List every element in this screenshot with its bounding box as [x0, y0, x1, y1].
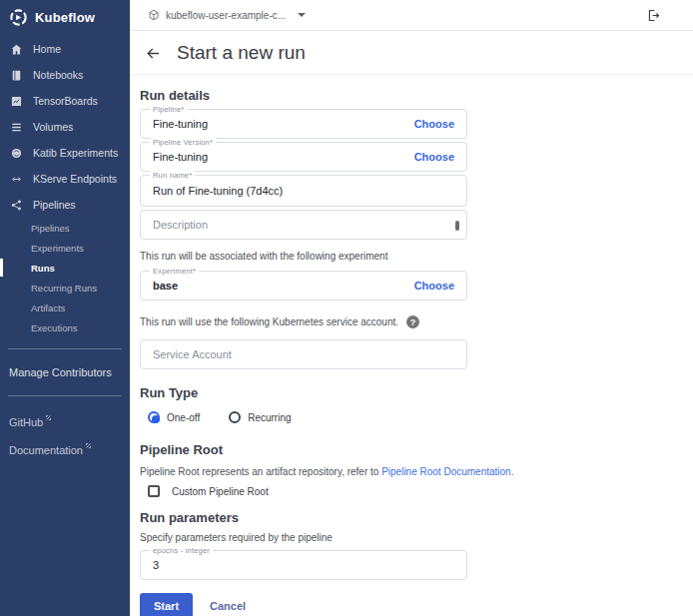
pipeline-version-field[interactable]: Pipeline Version* Fine-tuning Choose — [140, 142, 467, 172]
katib-icon — [10, 147, 23, 160]
sidebar-item-label: Pipelines — [33, 199, 76, 211]
sidebar-item-volumes[interactable]: Volumes — [0, 114, 130, 140]
one-off-radio[interactable] — [148, 411, 160, 423]
experiment-field-value: base — [153, 280, 414, 292]
external-link-icon — [85, 442, 92, 449]
experiment-field-label: Experiment* — [150, 267, 199, 276]
description-input[interactable] — [153, 219, 454, 231]
pipeline-version-choose-button[interactable]: Choose — [414, 151, 454, 163]
run-name-input[interactable] — [153, 185, 454, 197]
one-off-radio-label: One-off — [167, 412, 200, 423]
experiment-choose-button[interactable]: Choose — [414, 280, 454, 292]
sidebar-item-home[interactable]: Home — [0, 36, 130, 62]
sidebar-item-label: TensorBoards — [33, 95, 98, 107]
experiment-field[interactable]: Experiment* base Choose — [140, 271, 467, 301]
pipeline-field-label: Pipeline* — [150, 105, 187, 114]
pipeline-version-field-label: Pipeline Version* — [150, 138, 216, 147]
sidebar-subitem-recurring-runs[interactable]: Recurring Runs — [0, 278, 130, 298]
service-account-note: This run will use the following Kubernet… — [140, 315, 467, 328]
start-button[interactable]: Start — [140, 593, 193, 616]
kubeflow-logo-icon — [9, 8, 28, 27]
sidebar-divider — [8, 348, 122, 349]
epochs-field-label: epochs - integer — [150, 546, 213, 555]
chevron-down-icon — [298, 13, 306, 17]
pipeline-root-doc-link[interactable]: Pipeline Root Documentation. — [381, 466, 513, 477]
namespace-label: kubeflow-user-example-c... — [166, 10, 286, 21]
kubeflow-logo[interactable]: Kubeflow — [0, 0, 130, 36]
home-icon — [10, 43, 23, 56]
sidebar-divider — [8, 395, 122, 396]
service-account-field — [140, 339, 467, 369]
custom-pipeline-root-label: Custom Pipeline Root — [172, 486, 269, 497]
run-form: Run details Pipeline* Fine-tuning Choose… — [130, 75, 693, 616]
custom-pipeline-root-checkbox[interactable] — [148, 485, 160, 497]
cancel-button[interactable]: Cancel — [210, 600, 246, 612]
pipeline-choose-button[interactable]: Choose — [414, 118, 454, 130]
pipeline-root-description: Pipeline Root represents an artifact rep… — [140, 466, 559, 477]
sidebar-item-pipelines[interactable]: Pipelines — [0, 192, 130, 218]
section-heading-run-parameters: Run parameters — [140, 510, 467, 525]
sidebar-link-github[interactable]: GitHub — [0, 407, 130, 435]
section-heading-run-type: Run Type — [140, 385, 467, 400]
help-icon[interactable]: ? — [406, 315, 419, 328]
sidebar-item-manage-contributors[interactable]: Manage Contributors — [0, 360, 130, 384]
notebook-icon — [10, 69, 23, 82]
form-actions: Start Cancel — [140, 593, 467, 616]
sidebar-link-documentation[interactable]: Documentation — [0, 435, 130, 463]
description-field — [140, 210, 467, 240]
documentation-link-label: Documentation — [9, 443, 83, 455]
logout-icon — [646, 8, 661, 23]
experiment-note: This run will be associated with the fol… — [140, 251, 467, 262]
sidebar-item-kserve-endpoints[interactable]: KServe Endpoints — [0, 166, 130, 192]
sidebar-item-label: Home — [33, 43, 61, 55]
pipeline-field[interactable]: Pipeline* Fine-tuning Choose — [140, 109, 467, 139]
kserve-icon — [10, 173, 23, 186]
back-arrow-icon — [145, 45, 162, 62]
recurring-radio-label: Recurring — [248, 412, 291, 423]
sidebar-item-label: Volumes — [33, 121, 73, 133]
sidebar-subitem-artifacts[interactable]: Artifacts — [0, 298, 130, 317]
run-parameters-subtext: Specify parameters required by the pipel… — [140, 532, 467, 543]
pipeline-field-value: Fine-tuning — [153, 118, 414, 130]
sidebar-item-label: Katib Experiments — [33, 147, 118, 159]
namespace-cube-icon — [148, 9, 160, 21]
tensorboard-icon — [10, 95, 23, 108]
main-area: kubeflow-user-example-c... Start a new r… — [130, 0, 693, 616]
sidebar-subitem-pipelines[interactable]: Pipelines — [0, 218, 130, 238]
topbar: kubeflow-user-example-c... — [130, 0, 693, 31]
sidebar-subitem-executions[interactable]: Executions — [0, 317, 130, 337]
volumes-icon — [10, 121, 23, 134]
sidebar-item-label: Notebooks — [33, 69, 83, 81]
sidebar-item-katib-experiments[interactable]: Katib Experiments — [0, 140, 130, 166]
epochs-field: epochs - integer — [140, 550, 467, 580]
namespace-selector[interactable]: kubeflow-user-example-c... — [148, 9, 306, 21]
sidebar-subitem-experiments[interactable]: Experiments — [0, 238, 130, 258]
section-heading-pipeline-root: Pipeline Root — [140, 442, 467, 457]
page-header: Start a new run — [130, 31, 693, 75]
pipelines-icon — [10, 199, 23, 212]
logout-button[interactable] — [646, 8, 661, 23]
github-link-label: GitHub — [9, 416, 43, 428]
epochs-input[interactable] — [153, 559, 454, 571]
external-link-icon — [45, 414, 52, 421]
service-account-input[interactable] — [153, 348, 454, 360]
sidebar-subitem-runs[interactable]: Runs — [0, 258, 130, 278]
sidebar-item-notebooks[interactable]: Notebooks — [0, 62, 130, 88]
sidebar: Kubeflow Home Notebooks TensorBoards Vol — [0, 0, 130, 616]
run-type-radio-group: One-off Recurring — [148, 411, 467, 423]
back-button[interactable] — [145, 45, 162, 62]
pipeline-root-text: Pipeline Root represents an artifact rep… — [140, 466, 381, 477]
page-title: Start a new run — [177, 42, 306, 64]
run-name-field: Run name* — [140, 175, 467, 207]
recurring-radio[interactable] — [229, 411, 241, 423]
service-account-note-text: This run will use the following Kubernet… — [140, 316, 398, 327]
sidebar-item-tensorboards[interactable]: TensorBoards — [0, 88, 130, 114]
app-title: Kubeflow — [35, 10, 95, 25]
custom-pipeline-root-row: Custom Pipeline Root — [148, 485, 467, 497]
kubeflow-app: Kubeflow Home Notebooks TensorBoards Vol — [0, 0, 693, 616]
run-name-field-label: Run name* — [150, 171, 195, 180]
sidebar-item-label: KServe Endpoints — [33, 173, 117, 185]
pipeline-version-field-value: Fine-tuning — [153, 151, 414, 163]
section-heading-run-details: Run details — [140, 88, 467, 103]
resize-handle[interactable] — [455, 221, 459, 231]
